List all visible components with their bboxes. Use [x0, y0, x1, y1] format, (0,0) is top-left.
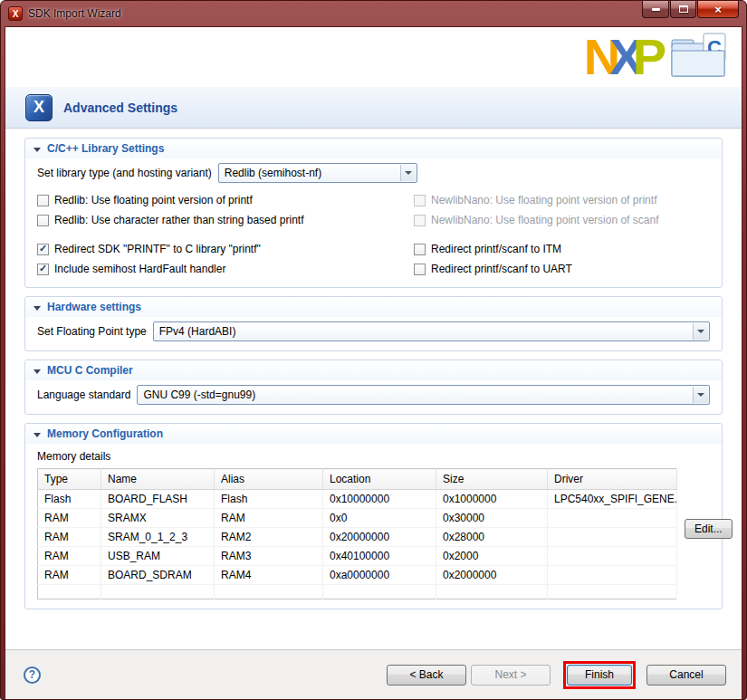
section-mcu-c-compiler: MCU C Compiler Language standard GNU C99… — [24, 360, 723, 415]
section-toggle-hardware-settings[interactable]: Hardware settings — [25, 297, 722, 317]
titlebar[interactable]: X SDK Import Wizard × — [1, 1, 746, 26]
page-header: X Advanced Settings — [5, 87, 742, 129]
cell — [548, 509, 677, 528]
checkbox-redirect-itm[interactable]: Redirect printf/scanf to ITM — [414, 240, 710, 258]
cell: 0xa0000000 — [323, 566, 436, 585]
library-type-select[interactable]: Redlib (semihost-nf) — [218, 163, 417, 183]
section-memory-configuration: Memory Configuration Memory details — [24, 423, 723, 609]
wizard-content: C/C++ Library Settings Set library type … — [5, 129, 742, 649]
memory-row-empty — [38, 585, 677, 599]
checkbox-semihost-hardfault[interactable]: ✓ Include semihost HardFault handler — [37, 260, 414, 278]
nxp-letter-p: P — [633, 32, 664, 82]
cell: 0x20000000 — [323, 528, 436, 547]
col-location[interactable]: Location — [323, 469, 436, 490]
back-button[interactable]: < Back — [387, 665, 466, 686]
cell: 0x28000 — [436, 528, 548, 547]
sdk-folder-icon: C — [669, 31, 733, 84]
floating-point-value: FPv4 (HardABI) — [159, 325, 236, 338]
memory-row[interactable]: RAM USB_RAM RAM3 0x40100000 0x2000 — [38, 547, 677, 566]
col-driver[interactable]: Driver — [548, 469, 677, 490]
memory-table-header: Type Name Alias Location Size Driver — [38, 469, 677, 490]
cell: 0x40100000 — [323, 547, 436, 566]
cell: RAM — [215, 509, 323, 528]
app-icon[interactable]: X — [8, 6, 23, 21]
floating-point-select[interactable]: FPv4 (HardABI) — [153, 321, 710, 341]
cell: RAM3 — [215, 547, 323, 566]
section-title: C/C++ Library Settings — [47, 142, 164, 155]
memory-table[interactable]: Type Name Alias Location Size Driver — [37, 468, 677, 599]
checkbox-redirect-sdk-printf[interactable]: ✓ Redirect SDK "PRINTF" to C library "pr… — [37, 240, 414, 258]
checkbox-redirect-uart[interactable]: Redirect printf/scanf to UART — [414, 260, 710, 278]
checkbox-newlibnano-fp-scanf[interactable]: NewlibNano: Use floating point version o… — [414, 211, 710, 229]
mcuxpresso-icon: X — [25, 94, 53, 121]
banner: N X P C — [5, 27, 742, 87]
cell — [548, 566, 677, 585]
cell: 0x0 — [323, 509, 436, 528]
cell: BOARD_SDRAM — [101, 566, 215, 585]
window-controls: × — [641, 1, 739, 18]
cell — [548, 528, 677, 547]
checkbox-newlibnano-fp-printf[interactable]: NewlibNano: Use floating point version o… — [414, 191, 710, 209]
finish-button[interactable]: Finish — [567, 665, 632, 686]
library-checkbox-grid: Redlib: Use floating point version of pr… — [37, 191, 710, 278]
button-bar: ? < Back Next > Finish Cancel — [5, 649, 742, 699]
cell: RAM — [38, 547, 101, 566]
section-toggle-library-settings[interactable]: C/C++ Library Settings — [25, 139, 722, 158]
collapse-icon — [34, 369, 41, 374]
cell: USB_RAM — [101, 547, 215, 566]
cell: RAM — [38, 566, 101, 585]
cell: RAM4 — [215, 566, 323, 585]
col-size[interactable]: Size — [436, 469, 548, 490]
cell: 0x2000 — [436, 547, 548, 566]
section-library-settings: C/C++ Library Settings Set library type … — [24, 138, 723, 288]
maximize-button[interactable] — [670, 1, 696, 18]
cell: RAM2 — [215, 528, 323, 547]
edit-button[interactable]: Edit... — [685, 519, 733, 539]
checkbox-redlib-char-printf[interactable]: Redlib: Use character rather than string… — [37, 211, 414, 229]
col-name[interactable]: Name — [101, 469, 215, 490]
memory-row[interactable]: RAM SRAM_0_1_2_3 RAM2 0x20000000 0x28000 — [38, 528, 677, 547]
memory-row[interactable]: Flash BOARD_FLASH Flash 0x10000000 0x100… — [38, 490, 677, 509]
sdk-import-wizard-window: X SDK Import Wizard × N X P C — [0, 0, 747, 700]
memory-row[interactable]: RAM BOARD_SDRAM RAM4 0xa0000000 0x200000… — [38, 566, 677, 585]
checkbox-redlib-fp-printf[interactable]: Redlib: Use floating point version of pr… — [37, 191, 414, 209]
finish-highlight-annotation: Finish — [563, 661, 636, 689]
library-type-value: Redlib (semihost-nf) — [225, 167, 321, 179]
floating-point-label: Set Floating Point type — [37, 325, 147, 338]
cancel-button[interactable]: Cancel — [646, 665, 726, 686]
checkbox-box — [37, 215, 49, 226]
cell: 0x2000000 — [436, 566, 548, 585]
help-button[interactable]: ? — [24, 666, 41, 684]
cell: RAM — [38, 509, 101, 528]
maximize-icon — [679, 5, 688, 13]
cell: Flash — [38, 490, 101, 509]
collapse-icon — [34, 148, 41, 152]
checkbox-box: ✓ — [37, 264, 49, 275]
checkbox-box — [414, 244, 426, 255]
cell: 0x30000 — [436, 509, 548, 528]
section-hardware-settings: Hardware settings Set Floating Point typ… — [24, 296, 723, 351]
memory-row[interactable]: RAM SRAMX RAM 0x0 0x30000 — [38, 509, 677, 528]
cell: BOARD_FLASH — [101, 490, 215, 509]
cell: 0x10000000 — [323, 490, 436, 509]
checkbox-box — [414, 195, 426, 206]
section-title: Memory Configuration — [47, 427, 163, 440]
language-standard-value: GNU C99 (-std=gnu99) — [143, 388, 255, 401]
cell: SRAMX — [101, 509, 215, 528]
memory-details-label: Memory details — [37, 450, 710, 463]
next-button[interactable]: Next > — [471, 665, 551, 686]
col-type[interactable]: Type — [38, 469, 101, 490]
close-button[interactable]: × — [697, 1, 739, 18]
section-toggle-memory-configuration[interactable]: Memory Configuration — [25, 424, 722, 444]
section-title: MCU C Compiler — [47, 364, 133, 377]
client-area: N X P C X Advanced Settings — [5, 26, 742, 699]
language-standard-select[interactable]: GNU C99 (-std=gnu99) — [137, 385, 710, 405]
col-alias[interactable]: Alias — [215, 469, 323, 490]
minimize-button[interactable] — [642, 1, 669, 18]
section-toggle-mcu-c-compiler[interactable]: MCU C Compiler — [25, 360, 722, 380]
page-title: Advanced Settings — [63, 101, 177, 115]
checkbox-box: ✓ — [37, 244, 49, 255]
checkbox-box — [414, 264, 426, 275]
collapse-icon — [34, 433, 41, 437]
language-standard-label: Language standard — [37, 388, 130, 401]
